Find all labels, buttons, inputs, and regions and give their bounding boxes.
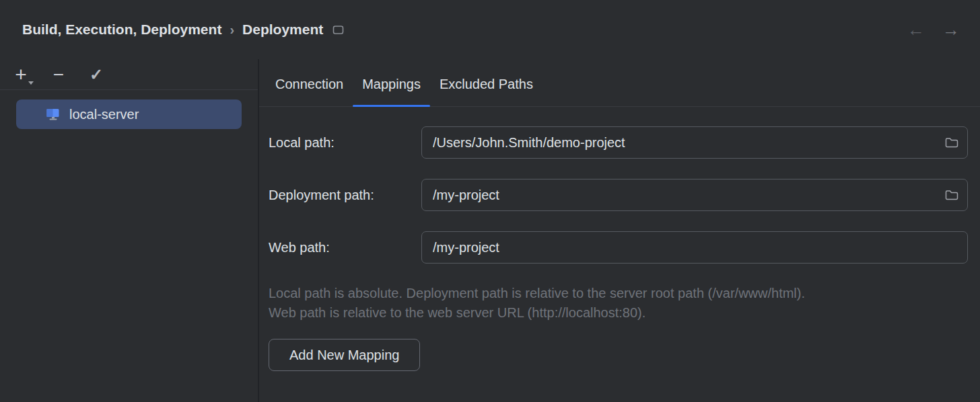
minus-icon: − (53, 65, 64, 84)
use-as-default-button[interactable]: ✓ (86, 65, 106, 85)
server-list-item-local-server[interactable]: local-server (16, 99, 242, 129)
back-arrow-icon[interactable]: ← (907, 21, 925, 38)
tab-connection[interactable]: Connection (266, 75, 353, 106)
copy-settings-path-icon[interactable] (332, 25, 344, 35)
deployment-settings-panel: Connection Mappings Excluded Paths Local… (259, 59, 980, 402)
dropdown-caret-icon (28, 81, 34, 85)
help-text-line-2: Web path is relative to the web server U… (269, 303, 968, 323)
server-list-toolbar: + − ✓ (0, 59, 258, 90)
server-list-panel: + − ✓ (0, 59, 259, 402)
server-list: local-server (0, 90, 258, 129)
deployment-path-row: Deployment path: (269, 179, 968, 211)
tab-excluded-paths[interactable]: Excluded Paths (430, 75, 542, 106)
mappings-help-text: Local path is absolute. Deployment path … (269, 284, 968, 323)
local-path-input[interactable] (421, 126, 968, 159)
tab-bar: Connection Mappings Excluded Paths (259, 59, 980, 107)
mappings-form: Local path: Deployment path: (259, 107, 980, 371)
plus-icon: + (15, 65, 27, 85)
local-path-row: Local path: (269, 126, 968, 159)
deployment-path-input[interactable] (421, 179, 968, 211)
browse-folder-icon[interactable] (944, 189, 959, 202)
web-path-input[interactable] (421, 231, 968, 264)
server-name-label: local-server (69, 107, 139, 122)
add-server-button[interactable]: + (11, 65, 31, 85)
add-new-mapping-button[interactable]: Add New Mapping (269, 339, 420, 371)
browse-folder-icon[interactable] (944, 136, 959, 149)
history-navigation: ← → (907, 21, 960, 38)
web-path-row: Web path: (269, 231, 968, 264)
breadcrumb-item-build-execution-deployment[interactable]: Build, Execution, Deployment (22, 22, 221, 38)
local-path-label: Local path: (269, 135, 421, 151)
header: Build, Execution, Deployment › Deploymen… (0, 0, 980, 59)
breadcrumb-separator-icon: › (230, 22, 234, 38)
content: + − ✓ (0, 59, 980, 402)
web-server-icon (46, 108, 61, 121)
tab-mappings[interactable]: Mappings (353, 75, 430, 106)
remove-server-button[interactable]: − (48, 65, 69, 85)
help-text-line-1: Local path is absolute. Deployment path … (269, 284, 968, 303)
web-path-label: Web path: (269, 240, 421, 255)
forward-arrow-icon[interactable]: → (942, 21, 960, 38)
breadcrumb: Build, Execution, Deployment › Deploymen… (22, 22, 344, 38)
deployment-path-label: Deployment path: (269, 188, 421, 203)
breadcrumb-item-deployment[interactable]: Deployment (242, 22, 323, 38)
checkmark-icon: ✓ (90, 67, 103, 83)
settings-window: Build, Execution, Deployment › Deploymen… (0, 0, 980, 402)
